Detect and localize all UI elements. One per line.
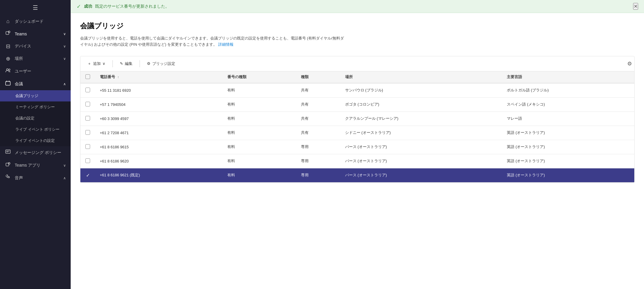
sidebar-item-dashboard[interactable]: ⌂ ダッシュボード (0, 15, 71, 27)
language-cell: 英語 (オーストラリア) (502, 126, 634, 140)
devices-icon: ⊟ (5, 43, 11, 50)
edit-button[interactable]: ✎ 編集 (116, 59, 136, 68)
sidebar-item-messaging-policy[interactable]: メッセージング ポリシー (0, 146, 71, 159)
language-cell: 英語 (オーストラリア) (502, 154, 634, 168)
sidebar-item-label: 会議 (15, 81, 23, 87)
row-checkbox[interactable] (85, 130, 90, 135)
language-cell: 英語 (オーストラリア) (502, 168, 634, 182)
number-type-cell: 有料 (223, 140, 296, 154)
edit-icon: ✎ (120, 61, 123, 66)
sidebar-item-label: 場所 (15, 56, 23, 61)
column-number-type: 番号の種類 (223, 71, 296, 83)
number-type-cell: 有料 (223, 126, 296, 140)
column-location: 場所 (340, 71, 502, 83)
location-icon: ⊕ (5, 55, 11, 62)
row-checkbox[interactable] (85, 102, 90, 106)
bridge-settings-button[interactable]: ⚙ ブリッジ設定 (143, 59, 179, 68)
type-cell: 共有 (296, 97, 340, 111)
sidebar-header: ☰ (0, 0, 71, 15)
hamburger-icon[interactable]: ☰ (33, 4, 38, 11)
row-checkbox-cell[interactable] (80, 154, 95, 168)
table-settings-button[interactable]: ⚙ (625, 59, 634, 68)
chevron-up-icon: ∧ (63, 176, 66, 180)
number-type-cell: 有料 (223, 97, 296, 111)
detail-info-link[interactable]: 詳細情報 (218, 42, 234, 47)
location-cell: サンパウロ (ブラジル) (340, 83, 502, 98)
sidebar-item-voice[interactable]: 音声 ∧ (0, 172, 71, 184)
row-checkbox[interactable] (85, 88, 90, 92)
type-cell: 専用 (296, 154, 340, 168)
voice-icon (5, 175, 11, 181)
submenu-label: 会議ブリッジ (15, 93, 38, 98)
toolbar-divider (112, 60, 113, 67)
success-check-icon: ✓ (77, 3, 81, 10)
sidebar-item-meetings[interactable]: 会議 ∧ (0, 78, 71, 90)
table-header-row: 電話番号 ↑ 番号の種類 種類 場所 主要言語 (80, 71, 634, 83)
svg-rect-5 (6, 150, 10, 153)
sidebar-item-locations[interactable]: ⊕ 場所 ∨ (0, 52, 71, 65)
language-cell: スペイン語 (メキシコ) (502, 97, 634, 111)
row-checkbox[interactable] (85, 144, 90, 149)
phone-cell: +55 11 3181 6920 (95, 83, 223, 98)
number-type-cell: 有料 (223, 83, 296, 98)
main-content: ✓ 成功 既定のサービス番号が更新されました。 ✕ 会議ブリッジ 会議ブリッジを… (71, 0, 644, 289)
sidebar-item-live-event-settings[interactable]: ライブ イベントの設定 (0, 135, 71, 146)
table-row[interactable]: +60 3 3099 4597有料共有クアラルンプール (マレーシア)マレー語 (80, 111, 634, 126)
location-cell: パース (オーストラリア) (340, 168, 502, 182)
sidebar-item-teams-app[interactable]: Teams アプリ ∨ (0, 159, 71, 172)
table-row[interactable]: +61 8 6186 9620有料専用パース (オーストラリア)英語 (オースト… (80, 154, 634, 168)
sidebar-item-conference-bridge[interactable]: 会議ブリッジ (0, 90, 71, 101)
row-checkbox-cell[interactable] (80, 97, 95, 111)
language-cell: 英語 (オーストラリア) (502, 140, 634, 154)
row-checkbox[interactable] (85, 158, 90, 163)
teams-app-icon (5, 162, 11, 169)
type-cell: 専用 (296, 168, 340, 182)
table-row[interactable]: +61 2 7208 4671有料共有シドニー (オーストラリア)英語 (オース… (80, 126, 634, 140)
table-row[interactable]: +57 1 7940504有料共有ボゴタ (コロンビア)スペイン語 (メキシコ) (80, 97, 634, 111)
phone-cell: +61 8 6186 9620 (95, 154, 223, 168)
sidebar-item-label: ユーザー (15, 69, 31, 74)
sidebar-item-users[interactable]: ユーザー (0, 65, 71, 78)
meetings-submenu: 会議ブリッジ ミーティング ポリシー 会議の設定 ライブ イベント ポリシー ラ… (0, 90, 71, 146)
chevron-down-icon: ∨ (63, 163, 66, 168)
number-type-cell: 有料 (223, 168, 296, 182)
sidebar-item-meeting-policy[interactable]: ミーティング ポリシー (0, 101, 71, 113)
row-checkbox-cell[interactable]: ✓ (80, 168, 95, 182)
row-checkbox[interactable] (85, 116, 90, 121)
row-checkbox-cell[interactable] (80, 140, 95, 154)
sidebar-item-live-event-policy[interactable]: ライブ イベント ポリシー (0, 124, 71, 135)
location-cell: クアラルンプール (マレーシア) (340, 111, 502, 126)
bridge-settings-label: ブリッジ設定 (152, 61, 175, 66)
table-toolbar: ＋ 追加 ∨ ✎ 編集 ⚙ ブリッジ設定 ⚙ (80, 56, 634, 71)
toolbar-right: ⚙ (625, 59, 634, 68)
table-row[interactable]: ✓+61 8 6186 9621 (既定)有料専用パース (オーストラリア)英語… (80, 168, 634, 182)
table-row[interactable]: +55 11 3181 6920有料共有サンパウロ (ブラジル)ポルトガル語 (… (80, 83, 634, 98)
svg-rect-4 (6, 81, 10, 85)
chevron-down-icon: ∨ (63, 57, 66, 61)
number-type-cell: 有料 (223, 154, 296, 168)
location-cell: パース (オーストラリア) (340, 140, 502, 154)
type-cell: 共有 (296, 126, 340, 140)
column-primary-language: 主要言語 (502, 71, 634, 83)
location-cell: ボゴタ (コロンビア) (340, 97, 502, 111)
sidebar-item-devices[interactable]: ⊟ デバイス ∨ (0, 40, 71, 52)
gear-icon: ⚙ (147, 61, 150, 66)
type-cell: 専用 (296, 140, 340, 154)
add-button[interactable]: ＋ 追加 ∨ (84, 59, 109, 68)
header-checkbox[interactable] (85, 74, 90, 79)
row-checkbox-cell[interactable] (80, 111, 95, 126)
row-checkbox-cell[interactable] (80, 126, 95, 140)
type-cell: 共有 (296, 111, 340, 126)
page-content: 会議ブリッジ 会議ブリッジを使用すると、電話を使用して会議にダイヤルインできます… (71, 13, 644, 289)
sidebar-item-meeting-settings[interactable]: 会議の設定 (0, 113, 71, 124)
column-phone[interactable]: 電話番号 ↑ (95, 71, 223, 83)
close-banner-button[interactable]: ✕ (633, 3, 638, 10)
number-type-cell: 有料 (223, 111, 296, 126)
language-cell: マレー語 (502, 111, 634, 126)
chevron-down-icon: ∨ (63, 44, 66, 48)
meetings-icon (5, 81, 11, 87)
table-row[interactable]: +61 8 6186 9615有料専用パース (オーストラリア)英語 (オースト… (80, 140, 634, 154)
row-checkbox-cell[interactable] (80, 83, 95, 98)
sidebar-item-label: ダッシュボード (15, 19, 44, 24)
sidebar-item-teams[interactable]: Teams ∨ (0, 27, 71, 40)
